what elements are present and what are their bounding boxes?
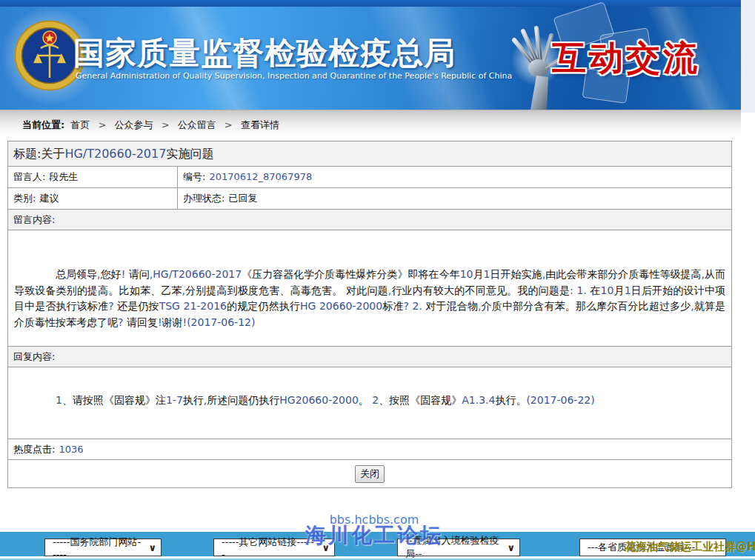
other-sites-dropdown[interactable]: -----其它网站链接------ ∨: [213, 539, 335, 556]
chevron-down-icon: ∨: [507, 542, 515, 553]
author-value: 段先生: [49, 171, 78, 182]
number-cell: 编号:20170612_87067978: [178, 167, 731, 187]
page: 国家质量监督检验检疫总局 General Administration of Q…: [0, 0, 755, 560]
banner-top-strip: [0, 0, 741, 7]
number-label: 编号:: [183, 171, 205, 182]
message-detail-table: 标题:关于HG/T20660-2017实施问题 留言人:段先生 编号:20170…: [7, 141, 732, 488]
chevron-down-icon: ∨: [148, 542, 156, 553]
breadcrumb-label: 当前位置:: [22, 119, 64, 130]
forum-link[interactable]: bbs.hcbbs.com: [0, 513, 748, 527]
reply-content-label-row: 回复内容:: [8, 346, 731, 367]
site-banner: 国家质量监督检验检疫总局 General Administration of Q…: [0, 0, 741, 110]
hits-label: 热度点击:: [13, 444, 55, 455]
breadcrumb-separator: >: [98, 119, 106, 130]
close-button[interactable]: 关闭: [355, 465, 385, 483]
page-right-strip: [741, 0, 755, 113]
dropdown-label: --直属出入境检验检疫局--: [405, 534, 502, 560]
table-row: 留言人:段先生 编号:20170612_87067978: [8, 166, 731, 187]
breadcrumb-link-public-participation[interactable]: 公众参与: [115, 119, 153, 130]
reply-content-row: 1、请按照《固容规》注1-7执行,所述问题仍执行HG20660-2000。 2、…: [8, 367, 731, 439]
breadcrumb-link-home[interactable]: 首页: [70, 119, 90, 130]
status-label: 办理状态:: [183, 193, 224, 204]
author-label: 留言人:: [13, 171, 45, 182]
category-cell: 类别:建议: [8, 188, 178, 209]
number-value: 20170612_87067978: [209, 171, 312, 182]
message-title-row: 标题:关于HG/T20660-2017实施问题: [8, 141, 731, 166]
chevron-down-icon: ∨: [322, 542, 330, 553]
hits-value: 1036: [59, 444, 83, 455]
breadcrumb-separator: >: [162, 119, 170, 130]
dropdown-label: -----其它网站链接------: [222, 536, 317, 560]
message-content-row: 总局领导,您好! 请问,HG/T20660-2017《压力容器化学介质毒性爆炸分…: [8, 230, 731, 346]
status-cell: 办理状态:已回复: [178, 188, 731, 209]
message-content: 总局领导,您好! 请问,HG/T20660-2017《压力容器化学介质毒性爆炸分…: [8, 230, 731, 330]
message-title: 关于HG/T20660-2017实施问题: [41, 147, 213, 161]
state-council-sites-dropdown[interactable]: -----国务院部门网站----- ∨: [44, 539, 162, 556]
inspection-bureaus-dropdown[interactable]: --直属出入境检验检疫局-- ∨: [397, 539, 520, 556]
table-row: 类别:建议 办理状态:已回复: [8, 187, 731, 209]
dropdown-label: -----国务院部门网站-----: [53, 536, 144, 560]
provincial-bureaus-dropdown[interactable]: ---各省质量技术监督局---: [579, 539, 726, 556]
breadcrumb-link-public-messages[interactable]: 公众留言: [178, 119, 216, 130]
interactive-exchange-slogan: 互动交流: [552, 36, 700, 81]
hits-row: 热度点击:1036: [8, 439, 731, 459]
breadcrumb-link-view-detail[interactable]: 查看详情: [241, 119, 279, 130]
breadcrumb-separator: >: [224, 119, 233, 130]
status-badge: 已回复: [228, 193, 257, 204]
breadcrumb: 当前位置: 首页 > 公众参与 > 公众留言 > 查看详情: [22, 119, 279, 132]
dropdown-label: ---各省质量技术监督局---: [588, 541, 695, 554]
page-subtitle: General Administration of Quality Superv…: [76, 71, 512, 81]
button-row: 关闭: [8, 459, 731, 487]
author-cell: 留言人:段先生: [8, 167, 178, 187]
breadcrumb-bar: 当前位置: 首页 > 公众参与 > 公众留言 > 查看详情: [0, 110, 741, 139]
category-value: 建议: [39, 193, 59, 204]
reply-content: 1、请按照《固容规》注1-7执行,所述问题仍执行HG20660-2000。 2、…: [8, 367, 731, 409]
category-label: 类别:: [13, 193, 36, 204]
title-label: 标题:: [13, 147, 41, 161]
page-title: 国家质量监督检验检疫总局: [73, 33, 456, 74]
message-content-label-row: 留言内容:: [8, 209, 731, 230]
